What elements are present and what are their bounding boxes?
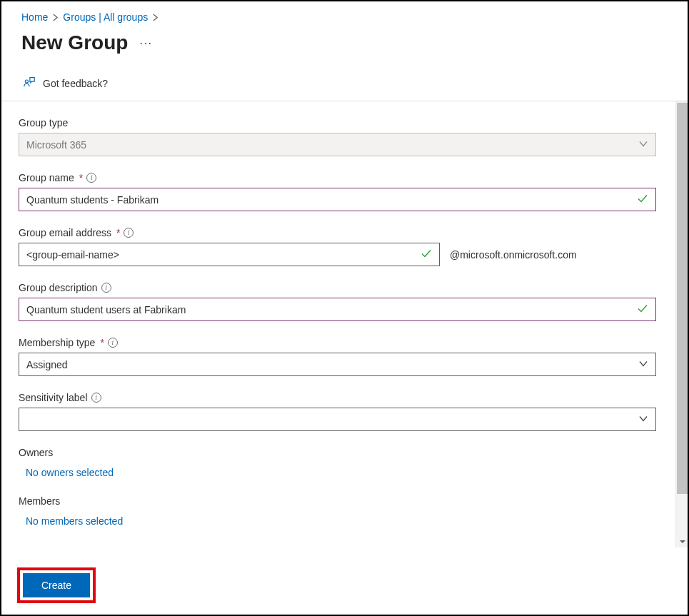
checkmark-icon [421,248,432,261]
footer: Create [1,557,688,615]
info-icon[interactable]: i [124,228,134,238]
breadcrumb-groups[interactable]: Groups | All groups [63,11,148,23]
sensitivity-label-text: Sensitivity label [19,392,88,403]
group-name-value: Quantum students - Fabrikam [26,194,159,206]
group-description-value: Quantum student users at Fabrikam [26,304,186,315]
group-type-value: Microsoft 365 [26,139,86,151]
create-button[interactable]: Create [23,573,90,597]
field-group-type: Group type Microsoft 365 [19,117,656,156]
membership-type-select[interactable]: Assigned [19,353,656,376]
owners-link[interactable]: No owners selected [19,465,114,480]
more-icon[interactable]: ··· [139,36,152,51]
group-description-label: Group description [19,282,98,293]
chevron-right-icon [52,12,59,23]
scrollbar-thumb[interactable] [677,103,688,494]
field-owners: Owners No owners selected [19,447,656,480]
membership-type-value: Assigned [26,359,68,370]
members-label: Members [19,495,656,507]
checkmark-icon [637,193,648,206]
required-indicator: * [100,337,104,348]
field-group-name: Group name * i Quantum students - Fabrik… [19,172,656,211]
person-feedback-icon [23,76,36,91]
group-email-value: <group-email-name> [26,249,119,261]
info-icon[interactable]: i [101,283,111,293]
group-type-label: Group type [19,117,68,128]
svg-point-0 [25,80,28,83]
field-membership-type: Membership type * i Assigned [19,337,656,376]
chevron-right-icon [152,12,159,23]
info-icon[interactable]: i [91,393,101,403]
group-name-input[interactable]: Quantum students - Fabrikam [19,188,656,211]
owners-label: Owners [19,447,656,458]
feedback-link[interactable]: Got feedback? [1,69,688,101]
page-title: New Group [21,31,128,54]
info-icon[interactable]: i [108,338,118,348]
page-header: New Group ··· [1,27,688,69]
required-indicator: * [79,172,83,183]
breadcrumb: Home Groups | All groups [1,1,688,27]
scrollbar-arrow-down-icon[interactable] [676,535,688,547]
chevron-down-icon [638,138,648,151]
group-email-input[interactable]: <group-email-name> [19,243,440,266]
field-group-email: Group email address * i <group-email-nam… [19,227,656,266]
email-domain-suffix: @microsoft.onmicrosoft.com [450,249,577,261]
group-type-select[interactable]: Microsoft 365 [19,133,656,156]
sensitivity-label-select[interactable] [19,408,656,431]
info-icon[interactable]: i [86,173,96,183]
group-name-label: Group name [19,172,74,183]
membership-type-label: Membership type [19,337,95,348]
field-group-description: Group description i Quantum student user… [19,282,656,321]
required-indicator: * [116,227,120,238]
form-content: Group type Microsoft 365 Group name * i [1,101,688,547]
field-sensitivity-label: Sensitivity label i [19,392,656,431]
breadcrumb-home[interactable]: Home [21,11,48,23]
feedback-label: Got feedback? [43,78,108,89]
group-description-input[interactable]: Quantum student users at Fabrikam [19,298,656,321]
checkmark-icon [637,303,648,316]
group-email-label: Group email address [19,227,111,238]
scrollbar[interactable] [675,101,688,547]
create-button-highlight: Create [17,567,96,603]
members-link[interactable]: No members selected [19,514,123,528]
chevron-down-icon [638,358,648,370]
field-members: Members No members selected [19,495,656,528]
chevron-down-icon [638,413,648,425]
